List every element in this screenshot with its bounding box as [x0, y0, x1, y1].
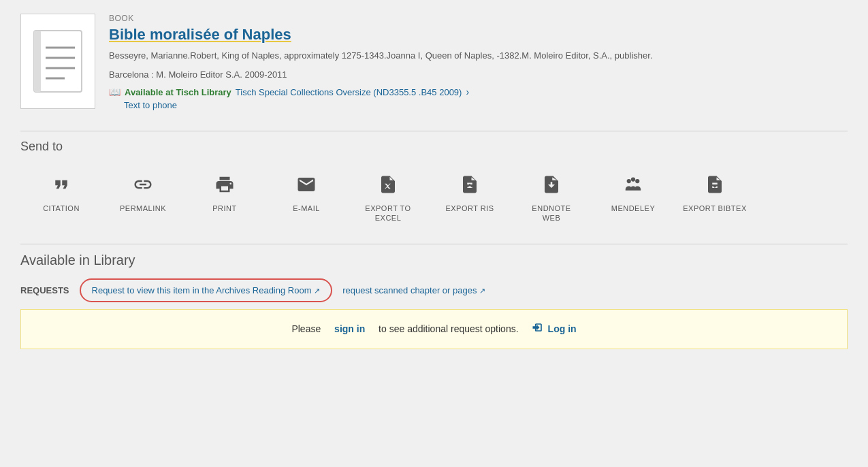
availability-row: 📖 Available at Tisch Library Tisch Speci… — [109, 86, 848, 97]
availability-label: Available at Tisch Library — [125, 87, 231, 97]
email-label: E-MAIL — [293, 204, 320, 213]
available-in-library-section: Available in Library REQUESTS Request to… — [20, 244, 848, 349]
permalink-icon — [133, 174, 153, 199]
external-link-icon: ↗ — [314, 287, 320, 295]
ris-icon — [460, 174, 480, 199]
page: BOOK Bible moralisée of Naples Besseyre,… — [0, 0, 868, 467]
svg-point-8 — [635, 179, 639, 183]
endnote-label: ENDNOTEWEB — [532, 204, 570, 223]
email-icon — [296, 174, 317, 199]
endnote-icon — [541, 174, 562, 199]
permalink-button[interactable]: PERMALINK — [102, 167, 184, 230]
endnote-button[interactable]: ENDNOTEWEB — [511, 167, 592, 230]
citation-label: CITATION — [43, 204, 80, 213]
external-link-icon-2: ↗ — [479, 287, 485, 295]
signin-text-before: Please — [291, 323, 321, 334]
book-thumbnail — [20, 14, 95, 109]
text-to-phone-link[interactable]: Text to phone — [124, 100, 848, 110]
export-bibtex-label: EXPORT BIBTEX — [683, 204, 747, 213]
citation-icon — [51, 174, 71, 199]
request-archive-wrapper: Request to view this item in the Archive… — [80, 278, 333, 302]
available-in-library-title: Available in Library — [20, 244, 848, 268]
login-button[interactable]: Log in — [531, 321, 577, 338]
export-ris-button[interactable]: EXPORT RIS — [429, 167, 511, 230]
login-icon — [531, 321, 545, 338]
book-type: BOOK — [109, 14, 848, 23]
book-info: BOOK Bible moralisée of Naples Besseyre,… — [109, 14, 848, 110]
availability-arrow[interactable]: › — [466, 86, 469, 97]
book-icon: 📖 — [109, 86, 120, 97]
mendeley-icon — [623, 174, 643, 199]
book-meta-line2: Barcelona : M. Moleiro Editor S.A. 2009-… — [109, 68, 848, 82]
print-label: PRINT — [212, 204, 237, 213]
svg-rect-0 — [34, 31, 82, 92]
requests-label: REQUESTS — [20, 285, 69, 295]
svg-point-7 — [631, 177, 635, 181]
signin-bar: Please sign in to see additional request… — [20, 309, 848, 349]
excel-icon — [378, 174, 398, 199]
export-excel-button[interactable]: EXPORT TOEXCEL — [347, 167, 429, 230]
email-button[interactable]: E-MAIL — [266, 167, 347, 230]
citation-button[interactable]: CITATION — [20, 167, 102, 230]
print-button[interactable]: PRINT — [184, 167, 266, 230]
svg-rect-1 — [34, 31, 41, 92]
mendeley-button[interactable]: MENDELEY — [592, 167, 674, 230]
book-section: BOOK Bible moralisée of Naples Besseyre,… — [20, 14, 848, 110]
signin-link[interactable]: sign in — [334, 323, 365, 334]
send-to-section: Send to CITATION PERMALINK — [20, 131, 848, 230]
bibtex-icon — [705, 174, 725, 199]
request-scanned-link[interactable]: request scanned chapter or pages ↗ — [342, 285, 485, 295]
export-excel-label: EXPORT TOEXCEL — [365, 204, 411, 223]
mendeley-label: MENDELEY — [611, 204, 656, 213]
print-icon — [214, 174, 235, 199]
book-meta-line1: Besseyre, Marianne.Robert, King of Naple… — [109, 49, 848, 63]
send-to-icons-grid: CITATION PERMALINK PRINT — [20, 167, 848, 230]
availability-location[interactable]: Tisch Special Collections Oversize (ND33… — [236, 87, 462, 97]
send-to-title: Send to — [20, 140, 848, 154]
book-title[interactable]: Bible moralisée of Naples — [109, 26, 848, 44]
export-bibtex-button[interactable]: EXPORT BIBTEX — [674, 167, 756, 230]
permalink-label: PERMALINK — [120, 204, 166, 213]
svg-point-6 — [627, 179, 631, 183]
request-archive-link[interactable]: Request to view this item in the Archive… — [80, 278, 333, 302]
login-label: Log in — [548, 323, 577, 334]
signin-text-after: to see additional request options. — [379, 323, 518, 334]
export-ris-label: EXPORT RIS — [445, 204, 494, 213]
requests-row: REQUESTS Request to view this item in th… — [20, 278, 848, 302]
